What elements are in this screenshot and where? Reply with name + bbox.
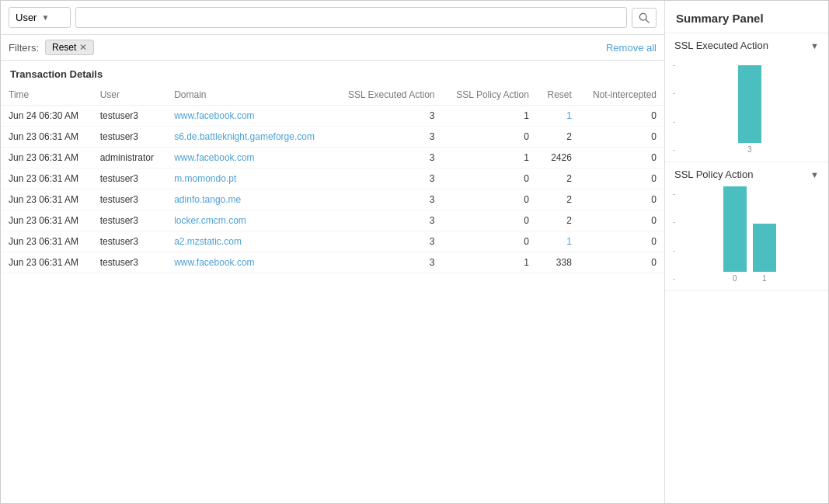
table-row: Jun 23 06:31 AM testuser3 www.facebook.c…: [1, 252, 664, 273]
cell-user: testuser3: [92, 127, 167, 148]
cell-ssl-executed: 3: [333, 127, 443, 148]
chart1-area: - - - - 3: [665, 57, 828, 162]
close-icon[interactable]: ✕: [79, 43, 87, 52]
bar-item: 0: [723, 186, 747, 283]
cell-ssl-policy: 0: [443, 210, 537, 231]
user-dropdown[interactable]: User ▼: [9, 7, 71, 28]
cell-not-intercepted: 0: [580, 189, 664, 210]
cell-user: testuser3: [92, 106, 167, 127]
table-container: Time User Domain SSL Executed Action SSL…: [1, 85, 664, 503]
remove-all-button[interactable]: Remove all: [606, 42, 657, 54]
cell-reset: 1: [537, 231, 580, 252]
cell-ssl-executed: 3: [333, 189, 443, 210]
section-title: Transaction Details: [1, 61, 664, 85]
cell-domain[interactable]: m.momondo.pt: [166, 169, 333, 189]
summary-panel-title: Summary Panel: [665, 1, 828, 33]
table-body: Jun 24 06:30 AM testuser3 www.facebook.c…: [1, 106, 664, 273]
left-panel: User ▼ Filters: Reset ✕ Remove all Trans…: [1, 1, 665, 503]
cell-domain[interactable]: www.facebook.com: [166, 106, 333, 127]
cell-reset: 338: [537, 252, 580, 273]
cell-ssl-executed: 3: [333, 148, 443, 169]
cell-time: Jun 23 06:31 AM: [1, 169, 92, 189]
cell-not-intercepted: 0: [580, 231, 664, 252]
chevron-down-icon: ▼: [41, 13, 49, 22]
col-ssl-policy: SSL Policy Action: [443, 85, 537, 106]
filter-tag-text: Reset: [52, 42, 76, 53]
cell-domain[interactable]: a2.mzstatic.com: [166, 231, 333, 252]
svg-line-1: [646, 19, 649, 23]
cell-ssl-policy: 0: [443, 169, 537, 189]
cell-domain[interactable]: s6.de.battleknight.gameforge.com: [166, 127, 333, 148]
cell-reset: 2: [537, 210, 580, 231]
col-not-intercepted: Not-intercepted: [580, 85, 664, 106]
bar: [738, 65, 761, 143]
cell-not-intercepted: 0: [580, 127, 664, 148]
chevron-down-icon: ▼: [810, 170, 819, 179]
chart2-area: - - - - 0 1: [665, 186, 828, 290]
chart-ssl-policy: SSL Policy Action ▼ - - - - 0: [665, 162, 828, 291]
col-reset: Reset: [537, 85, 580, 106]
reset-link[interactable]: 1: [566, 236, 572, 247]
cell-reset: 1: [537, 106, 580, 127]
cell-domain[interactable]: www.facebook.com: [166, 252, 333, 273]
cell-time: Jun 24 06:30 AM: [1, 106, 92, 127]
col-user: User: [92, 85, 167, 106]
cell-user: testuser3: [92, 231, 167, 252]
chart2-header[interactable]: SSL Policy Action ▼: [665, 162, 828, 186]
bar: [723, 186, 747, 272]
cell-time: Jun 23 06:31 AM: [1, 231, 92, 252]
reset-link[interactable]: 1: [566, 110, 572, 121]
cell-ssl-policy: 1: [443, 252, 537, 273]
cell-ssl-policy: 0: [443, 127, 537, 148]
cell-ssl-executed: 3: [333, 106, 443, 127]
cell-reset: 2426: [537, 148, 580, 169]
cell-domain[interactable]: www.facebook.com: [166, 148, 333, 169]
cell-time: Jun 23 06:31 AM: [1, 210, 92, 231]
chart1-header[interactable]: SSL Executed Action ▼: [665, 33, 828, 57]
search-bar: User ▼: [1, 1, 664, 35]
filter-bar: Filters: Reset ✕ Remove all: [1, 35, 664, 61]
transaction-table: Time User Domain SSL Executed Action SSL…: [1, 85, 664, 273]
cell-user: testuser3: [92, 189, 167, 210]
cell-domain[interactable]: locker.cmcm.com: [166, 210, 333, 231]
col-ssl-executed: SSL Executed Action: [333, 85, 443, 106]
cell-reset: 2: [537, 169, 580, 189]
bar: [753, 224, 776, 272]
search-button[interactable]: [632, 8, 657, 28]
table-row: Jun 23 06:31 AM testuser3 a2.mzstatic.co…: [1, 231, 664, 252]
cell-reset: 2: [537, 189, 580, 210]
cell-ssl-executed: 3: [333, 169, 443, 189]
cell-time: Jun 23 06:31 AM: [1, 148, 92, 169]
table-row: Jun 23 06:31 AM testuser3 locker.cmcm.co…: [1, 210, 664, 231]
search-input[interactable]: [75, 7, 627, 28]
col-domain: Domain: [166, 85, 333, 106]
chart-ssl-executed: SSL Executed Action ▼ - - - - 3: [665, 33, 828, 162]
cell-not-intercepted: 0: [580, 252, 664, 273]
col-time: Time: [1, 85, 92, 106]
cell-not-intercepted: 0: [580, 148, 664, 169]
table-row: Jun 23 06:31 AM testuser3 adinfo.tango.m…: [1, 189, 664, 210]
cell-domain[interactable]: adinfo.tango.me: [166, 189, 333, 210]
chevron-down-icon: ▼: [810, 41, 819, 50]
chart2-y-axis: - - - -: [673, 189, 678, 283]
cell-time: Jun 23 06:31 AM: [1, 127, 92, 148]
filter-label: Filters:: [9, 42, 39, 54]
chart1-y-axis: - - - -: [673, 61, 678, 154]
cell-user: testuser3: [92, 252, 167, 273]
chart2-label: SSL Policy Action: [674, 169, 753, 180]
cell-ssl-executed: 3: [333, 210, 443, 231]
chart2-bars: 0 1: [678, 189, 820, 283]
cell-time: Jun 23 06:31 AM: [1, 252, 92, 273]
cell-time: Jun 23 06:31 AM: [1, 189, 92, 210]
cell-user: administrator: [92, 148, 167, 169]
cell-not-intercepted: 0: [580, 210, 664, 231]
cell-ssl-policy: 0: [443, 189, 537, 210]
table-header-row: Time User Domain SSL Executed Action SSL…: [1, 85, 664, 106]
cell-ssl-executed: 3: [333, 252, 443, 273]
bar-item: 3: [738, 65, 761, 154]
table-row: Jun 23 06:31 AM testuser3 s6.de.battlekn…: [1, 127, 664, 148]
cell-ssl-policy: 1: [443, 106, 537, 127]
filter-tag[interactable]: Reset ✕: [45, 40, 94, 55]
table-row: Jun 23 06:31 AM testuser3 m.momondo.pt 3…: [1, 169, 664, 189]
cell-ssl-policy: 1: [443, 148, 537, 169]
